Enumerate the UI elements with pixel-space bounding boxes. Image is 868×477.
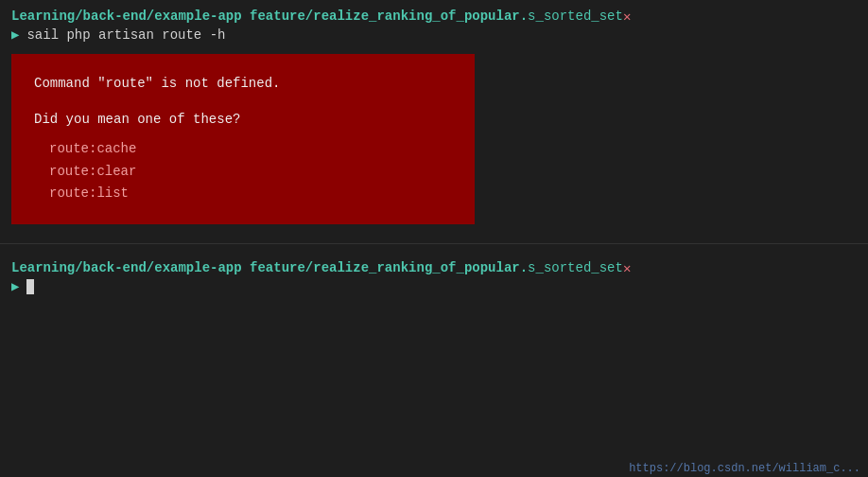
cursor <box>26 279 34 294</box>
prompt-line-1: Learning/back-end/example-app feature/re… <box>11 8 857 25</box>
terminal-section-1: Learning/back-end/example-app feature/re… <box>0 0 868 46</box>
url-text: https://blog.csdn.net/william_c... <box>629 462 860 475</box>
branch-x-1: ✕ <box>623 9 631 25</box>
bottom-bar: https://blog.csdn.net/william_c... <box>621 460 868 477</box>
command-text-1: sail php artisan route -h <box>26 27 225 43</box>
path-text-2: Learning/back-end/example-app <box>11 260 242 275</box>
error-box: Command "route" is not defined. Did you … <box>11 54 475 224</box>
divider <box>0 232 868 239</box>
terminal-section-2: Learning/back-end/example-app feature/re… <box>0 243 868 298</box>
terminal-window: Learning/back-end/example-app feature/re… <box>0 0 868 477</box>
prompt-arrow-1: ▶ <box>11 26 19 43</box>
prompt-arrow-2: ▶ <box>11 278 19 294</box>
path-text-1: Learning/back-end/example-app <box>11 9 242 24</box>
branch-text-2: feature/realize_ranking_of_popular. <box>242 260 528 275</box>
suggestion-3: route:list <box>34 183 452 205</box>
error-title: Command "route" is not defined. <box>34 73 452 94</box>
suggestion-2: route:clear <box>34 161 452 184</box>
error-did-you-mean: Did you mean one of these? <box>34 109 452 130</box>
branch-text-1: feature/realize_ranking_of_popular. <box>242 9 528 24</box>
branch-suffix-2: s_sorted_set <box>528 260 623 275</box>
prompt-line-2: Learning/back-end/example-app feature/re… <box>11 259 857 276</box>
command-line-1: ▶ sail php artisan route -h <box>11 26 857 43</box>
command-line-2[interactable]: ▶ <box>11 278 857 294</box>
suggestion-1: route:cache <box>34 138 452 161</box>
branch-suffix-1: s_sorted_set <box>528 9 623 24</box>
branch-x-2: ✕ <box>623 260 631 276</box>
